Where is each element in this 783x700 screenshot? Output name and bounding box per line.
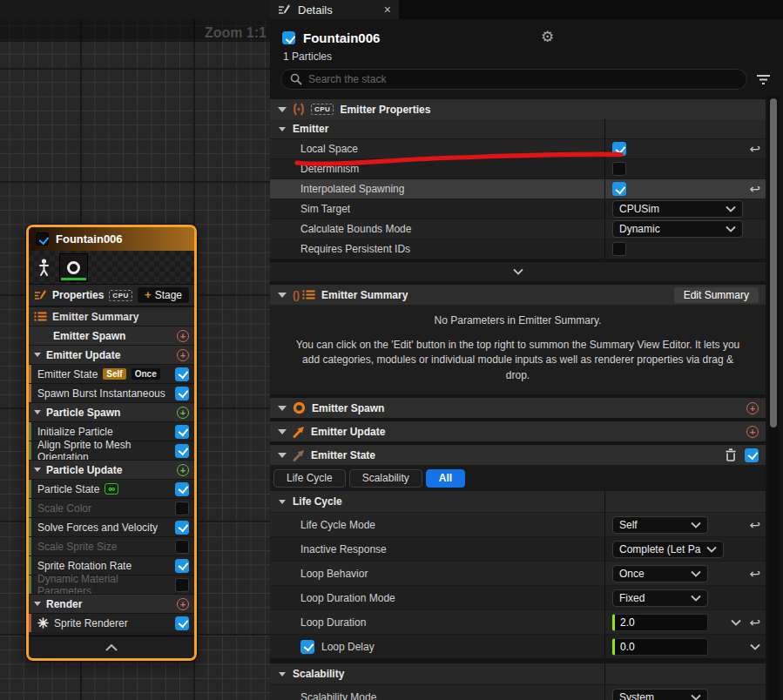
node-module-spawn-burst-instantaneous[interactable]: Spawn Burst Instantaneous xyxy=(29,383,194,402)
prop-row-determinism[interactable]: Determinism xyxy=(270,158,766,178)
chevron-down-icon[interactable] xyxy=(750,643,760,650)
filter-icon[interactable] xyxy=(756,74,771,85)
reset-to-default-icon[interactable]: ↩ xyxy=(749,568,760,579)
node-group-emitter-spawn[interactable]: Emitter Spawn+ xyxy=(29,326,194,345)
module-enabled-checkbox[interactable] xyxy=(175,482,189,496)
collapse-triangle-icon[interactable] xyxy=(278,453,287,458)
module-enabled-checkbox[interactable] xyxy=(175,387,189,400)
interpolated-spawning-checkbox[interactable] xyxy=(612,182,626,196)
reset-to-default-icon[interactable]: ↩ xyxy=(749,143,760,154)
section-emitter-properties[interactable]: CPUEmitter Properties xyxy=(270,99,766,119)
chevron-down-icon[interactable] xyxy=(706,546,717,553)
sim-target-dropdown[interactable]: CPUSim xyxy=(612,200,743,218)
add-module-plus-icon[interactable]: + xyxy=(177,330,189,342)
scrollbar-track[interactable] xyxy=(768,96,779,700)
loop-delay-input[interactable]: 0.0 xyxy=(612,638,708,656)
chevron-down-icon[interactable] xyxy=(691,522,701,528)
section-emitter-spawn[interactable]: Emitter Spawn+ xyxy=(270,398,766,418)
chevron-down-icon[interactable] xyxy=(691,570,701,577)
prop-row-loop-duration[interactable]: Loop Duration2.0↩ xyxy=(270,609,766,634)
node-module-emitter-state[interactable]: Emitter StateSelfOnce xyxy=(29,364,194,383)
module-enabled-checkbox[interactable] xyxy=(175,578,189,592)
expand-chevron-icon[interactable] xyxy=(750,643,760,650)
filter-tab-scalability[interactable]: Scalability xyxy=(349,469,422,488)
filter-tab-life-cycle[interactable]: Life Cycle xyxy=(273,469,346,488)
loop-duration-mode-dropdown[interactable]: Fixed xyxy=(612,589,708,607)
emitter-node-header[interactable]: Fountain006 xyxy=(29,227,194,251)
life-cycle-mode-dropdown[interactable]: Self xyxy=(612,516,708,534)
prop-row-loop-duration-mode[interactable]: Loop Duration ModeFixed xyxy=(270,585,766,609)
prop-row-sim-target[interactable]: Sim TargetCPUSim xyxy=(270,199,766,219)
prop-row-local-space[interactable]: Local Space↩ xyxy=(270,138,766,158)
collapse-triangle-icon[interactable] xyxy=(278,429,287,434)
collapse-triangle-icon[interactable] xyxy=(279,672,286,676)
scrollbar-thumb[interactable] xyxy=(770,98,777,427)
node-module-sprite-renderer[interactable]: Sprite Renderer xyxy=(29,613,194,632)
module-enabled-checkbox[interactable] xyxy=(175,540,189,554)
prop-row-interpolated-spawning[interactable]: Interpolated Spawning↩ xyxy=(270,178,766,199)
inactive-response-dropdown[interactable]: Complete (Let Pa xyxy=(612,541,724,558)
collapse-triangle-icon[interactable] xyxy=(278,107,287,112)
gear-icon[interactable]: ⚙ xyxy=(541,28,554,46)
add-module-plus-icon[interactable]: + xyxy=(177,464,189,476)
sprite-renderer-thumbnail[interactable] xyxy=(59,253,88,282)
search-box[interactable] xyxy=(280,69,747,90)
category-scalability[interactable]: Scalability xyxy=(270,663,766,684)
category-emitter[interactable]: Emitter xyxy=(270,119,766,138)
emitter-enabled-checkbox[interactable] xyxy=(36,232,49,246)
module-enabled-checkbox[interactable] xyxy=(175,367,189,381)
node-properties-row[interactable]: Properties CPU + Stage xyxy=(29,285,194,306)
chevron-down-icon[interactable] xyxy=(513,268,523,275)
add-module-plus-icon[interactable]: + xyxy=(177,407,189,419)
chevron-down-icon[interactable] xyxy=(691,694,701,700)
node-module-solve-forces-and-velocity[interactable]: Solve Forces and Velocity xyxy=(29,517,194,536)
local-space-checkbox[interactable] xyxy=(612,142,626,156)
tab-details[interactable]: Details × xyxy=(270,0,399,19)
node-group-particle-update[interactable]: Particle Update+ xyxy=(29,460,194,479)
collapse-triangle-icon[interactable] xyxy=(34,353,41,357)
node-module-scale-color[interactable]: Scale Color xyxy=(29,498,194,517)
node-group-render[interactable]: Render+ xyxy=(29,594,194,613)
node-group-emitter-update[interactable]: Emitter Update+ xyxy=(29,345,194,364)
scalability-mode-dropdown[interactable]: System xyxy=(612,689,708,700)
loop-duration-input[interactable]: 2.0 xyxy=(612,614,708,631)
collapse-triangle-icon[interactable] xyxy=(279,500,286,504)
trash-icon[interactable] xyxy=(725,448,737,461)
add-stage-button[interactable]: + Stage xyxy=(138,287,189,303)
reset-to-default-icon[interactable]: ↩ xyxy=(749,183,760,194)
mannequin-icon[interactable] xyxy=(37,258,51,277)
expand-chevron-icon[interactable] xyxy=(731,619,741,626)
section-emitter-state[interactable]: Emitter State xyxy=(270,445,766,465)
module-enabled-checkbox[interactable] xyxy=(175,616,189,630)
add-module-plus-icon[interactable]: + xyxy=(177,349,189,361)
prop-row-scalability-mode[interactable]: Scalability ModeSystem xyxy=(270,684,766,700)
module-enabled-checkbox[interactable] xyxy=(175,425,189,439)
module-enabled-checkbox[interactable] xyxy=(175,559,189,573)
add-module-plus-icon[interactable]: + xyxy=(746,426,759,438)
tab-close-icon[interactable]: × xyxy=(384,3,391,17)
emitter-header-checkbox[interactable] xyxy=(282,31,295,44)
edit-summary-button[interactable]: Edit Summary xyxy=(674,287,759,303)
module-enabled-checkbox[interactable] xyxy=(175,501,189,515)
module-enabled-checkbox[interactable] xyxy=(175,444,189,458)
collapse-triangle-icon[interactable] xyxy=(278,293,287,298)
emitter-node[interactable]: Fountain006 Properties CPU + xyxy=(26,225,197,661)
chevron-down-icon[interactable] xyxy=(691,595,701,602)
collapse-triangle-icon[interactable] xyxy=(34,602,41,606)
collapse-triangle-icon[interactable] xyxy=(279,127,286,131)
prop-row-inactive-response[interactable]: Inactive ResponseComplete (Let Pa xyxy=(270,536,766,561)
determinism-checkbox[interactable] xyxy=(612,162,626,176)
prop-row-loop-delay[interactable]: Loop Delay0.0 xyxy=(270,634,766,658)
category-life-cycle[interactable]: Life Cycle xyxy=(270,491,766,512)
collapse-triangle-icon[interactable] xyxy=(278,406,287,411)
reset-to-default-icon[interactable]: ↩ xyxy=(749,616,760,628)
add-module-plus-icon[interactable]: + xyxy=(746,402,759,414)
section-emitter-update[interactable]: Emitter Update+ xyxy=(270,421,766,441)
reset-to-default-icon[interactable]: ↩ xyxy=(749,519,760,530)
chevron-down-icon[interactable] xyxy=(731,619,741,626)
add-module-plus-icon[interactable]: + xyxy=(177,598,189,610)
requires-persistent-ids-checkbox[interactable] xyxy=(612,242,626,256)
collapse-triangle-icon[interactable] xyxy=(34,468,41,472)
section-enabled-checkbox[interactable] xyxy=(745,448,759,462)
prop-row-requires-persistent-ids[interactable]: Requires Persistent IDs xyxy=(270,239,766,259)
